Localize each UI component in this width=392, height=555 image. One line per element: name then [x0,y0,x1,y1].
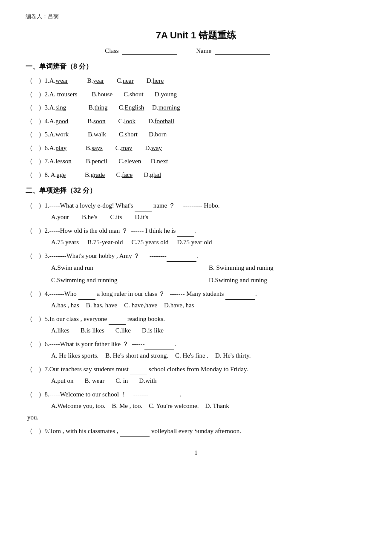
section1-title: 一、单词辨音（8 分） [26,62,366,71]
s2-q7-choices: A.put on B. wear C. in D.with [51,375,366,387]
s2-q3-paren: （ [26,250,33,262]
editor-info: 编卷人：吕菊 [26,13,366,20]
s2-q8-a: A.Welcome you, too. [51,402,106,409]
blank5 [109,313,126,325]
s2-q4-choices: A.has , has B. has, have C. have,have D.… [51,300,366,311]
q6-paren: （ [26,143,33,154]
s2-q1-a: A.your [51,211,69,223]
s2-q6-b: B. He's short and strong. [105,350,168,361]
s2-q5-b: B.is likes [81,325,104,336]
q1-paren: （ [26,75,33,87]
blank8 [150,388,180,400]
s2-q2-text: ）2.-----How old is the old man ？ ------ … [35,225,196,237]
s2-q4-paren: （ [26,288,33,300]
name-line [215,47,270,55]
s2-q7-c: C. in [115,375,128,387]
page-title: 7A Unit 1 错题重练 [26,29,366,42]
q7-text: ）7.A.lesson B.pencil C.eleven D.next [35,156,366,167]
s2-q7-b: B. wear [85,375,105,387]
s2-q5-d: D.is like [142,325,164,336]
blank3 [167,250,196,262]
class-name-row: Class Name [26,47,366,55]
s2-q1-b: B.he's [82,211,97,223]
s2-q1-paren: （ [26,200,33,211]
blank9 [120,425,150,437]
q3-paren: （ [26,102,33,113]
page-number: 1 [26,450,366,457]
q5-text: ）5.A.work B.walk C.short D.born [35,129,366,140]
q1-row: （ ）1.A.wear B.year C.near D.here [26,75,366,87]
s2-q2-c: C.75 years old [131,237,168,248]
blank1 [135,199,152,211]
s2-q8-d: D. Thank [205,402,229,409]
q2-paren: （ [26,89,33,100]
q6-text: ）6.A.play B.says C.may D.way [35,143,366,154]
q3-text: ）3.A.sing B.thing C.English D.morning [35,102,366,113]
s2-q8-b: B. Me , too. [112,402,143,409]
blank4a [78,288,95,300]
s2-q4: （ ）4.-------Who a long ruler in our clas… [26,288,366,311]
s2-q6-paren: （ [26,338,33,350]
s2-q6-c: C. He's fine . [175,350,208,361]
s2-q1-choices: A.your B.he's C.its D.it's [51,211,366,223]
s2-q6-choices: A. He likes sports. B. He's short and st… [51,350,366,361]
s2-q7-a: A.put on [51,375,74,387]
s2-q6-text: ）6.-----What is your father like ？ -----… [35,338,176,350]
s2-q6-d: D. He's thirty. [215,350,251,361]
s2-q8-paren: （ [26,389,33,400]
s2-q1: （ ）1.-----What a lovely e-dog! What's na… [26,199,366,223]
blank2 [177,225,194,237]
s2-q9-text: ）9.Tom , with his classmates , volleybal… [35,425,241,437]
s2-q2-b: B.75-year-old [87,237,123,248]
s2-q5: （ ）5.In our class , everyone reading boo… [26,313,366,336]
s2-q8-continued: you. [26,412,366,423]
blank6 [144,338,174,350]
s2-q4-b: B. has, have [86,300,117,311]
s2-q7-text: ）7.Our teachers say students must school… [35,363,248,375]
s2-q4-text: ）4.-------Who a long ruler in our class … [35,288,257,300]
class-line [122,47,177,55]
s2-q3: （ ）3.--------What's your hobby , Amy ？ -… [26,250,366,286]
s2-q2-paren: （ [26,225,33,237]
s2-q1-text: ）1.-----What a lovely e-dog! What's name… [35,199,220,211]
q8-text: ）8. A.age B.grade C.face D.glad [35,170,366,181]
s2-q4-a: A.has , has [51,300,79,311]
q5-paren: （ [26,129,33,140]
q2-text: ）2.A. trousers B.house C.shout D.young [35,89,366,100]
blank7 [130,363,147,375]
s2-q6: （ ）6.-----What is your father like ？ ---… [26,338,366,361]
class-label: Class [105,47,119,54]
s2-q3-choices: A.Swim and run B. Swimming and runing C.… [51,262,366,286]
q8-row: （ ）8. A.age B.grade C.face D.glad [26,170,366,181]
s2-q8: （ ）8.-----Welcome to our school ！ ------… [26,388,366,423]
name-label: Name [196,47,211,54]
q2-row: （ ）2.A. trousers B.house C.shout D.young [26,89,366,100]
q5-row: （ ）5.A.work B.walk C.short D.born [26,129,366,140]
s2-q8-c: C. You're welcome. [149,402,199,409]
s2-q8-text: ）8.-----Welcome to our school ！ ------- … [35,388,181,400]
q1-text: ）1.A.wear B.year C.near D.here [35,75,366,87]
s2-q8-choices: A.Welcome you, too. B. Me , too. C. You'… [51,400,366,412]
s2-q7-paren: （ [26,364,33,375]
s2-q5-choices: A.likes B.is likes C.like D.is like [51,325,366,336]
section2-title: 二、单项选择（32 分） [26,186,366,195]
q7-row: （ ）7.A.lesson B.pencil C.eleven D.next [26,156,366,167]
q4-paren: （ [26,116,33,127]
s2-q3-a: A.Swim and run [51,262,209,274]
q3-row: （ ）3.A.sing B.thing C.English D.morning [26,102,366,113]
q4-text: ）4.A.good B.soon C.look D.football [35,116,366,127]
q6-row: （ ）6.A.play B.says C.may D.way [26,143,366,154]
s2-q2-a: A.75 years [51,237,79,248]
s2-q3-b: B. Swimming and runing [209,262,366,274]
s2-q7-d: D.with [139,375,156,387]
s2-q3-text: ）3.--------What's your hobby , Amy ？ ---… [35,250,198,262]
q8-paren: （ [26,170,33,181]
s2-q5-text: ）5.In our class , everyone reading books… [35,313,165,325]
s2-q1-c: C.its [110,211,122,223]
q4-row: （ ）4.A.good B.soon C.look D.football [26,116,366,127]
s2-q9: （ ）9.Tom , with his classmates , volleyb… [26,425,366,437]
q7-paren: （ [26,156,33,167]
s2-q1-d: D.it's [135,211,148,223]
s2-q2: （ ）2.-----How old is the old man ？ -----… [26,225,366,248]
blank4b [225,288,255,300]
